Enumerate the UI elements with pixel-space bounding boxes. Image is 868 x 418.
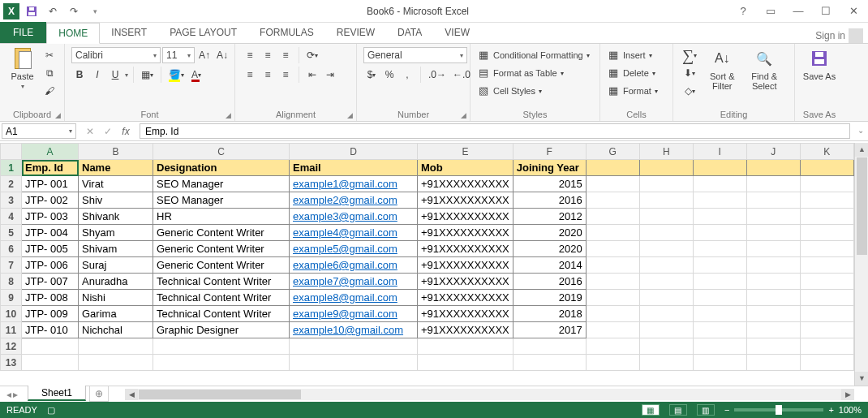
zoom-level[interactable]: 100% bbox=[839, 405, 862, 415]
cell-A13[interactable] bbox=[22, 355, 79, 371]
cell-H7[interactable] bbox=[639, 257, 693, 274]
minimize-button[interactable]: — bbox=[789, 5, 808, 17]
cell-G8[interactable] bbox=[586, 274, 639, 290]
cell-F9[interactable]: 2019 bbox=[513, 290, 586, 306]
cell-D2[interactable]: example1@gmail.com bbox=[290, 176, 418, 192]
font-color-button[interactable]: A▾ bbox=[188, 67, 204, 83]
cell-D13[interactable] bbox=[290, 355, 418, 371]
align-center-button[interactable]: ≡ bbox=[260, 67, 276, 83]
macro-record-icon[interactable]: ▢ bbox=[47, 405, 55, 416]
grow-font-button[interactable]: A↑ bbox=[196, 47, 213, 63]
fill-button[interactable]: ⬇▾ bbox=[680, 65, 699, 81]
col-header-J[interactable]: J bbox=[746, 144, 800, 160]
cell-J12[interactable] bbox=[746, 338, 800, 355]
cell-H10[interactable] bbox=[639, 306, 693, 322]
cell-I2[interactable] bbox=[693, 176, 746, 192]
cell-F7[interactable]: 2014 bbox=[513, 257, 586, 274]
cell-A6[interactable]: JTP- 005 bbox=[22, 241, 79, 257]
row-header-10[interactable]: 10 bbox=[1, 306, 22, 322]
cell-G10[interactable] bbox=[586, 306, 639, 322]
cell-J3[interactable] bbox=[746, 192, 800, 209]
fill-color-button[interactable]: 🪣▾ bbox=[166, 67, 187, 83]
align-top-button[interactable]: ≡ bbox=[242, 47, 258, 63]
font-name-combo[interactable]: Calibri▾ bbox=[71, 47, 161, 63]
borders-button[interactable]: ▦▾ bbox=[139, 67, 156, 83]
cell-D4[interactable]: example3@gmail.com bbox=[290, 209, 418, 225]
scroll-thumb[interactable] bbox=[857, 157, 867, 255]
cell-E11[interactable]: +91XXXXXXXXXX bbox=[418, 322, 513, 338]
tab-page-layout[interactable]: PAGE LAYOUT bbox=[158, 22, 248, 43]
fx-icon[interactable]: fx bbox=[118, 126, 133, 137]
cell-B11[interactable]: Nichchal bbox=[79, 322, 153, 338]
cell-K13[interactable] bbox=[800, 355, 853, 371]
cell-I3[interactable] bbox=[693, 192, 746, 209]
cell-I11[interactable] bbox=[693, 322, 746, 338]
row-header-2[interactable]: 2 bbox=[1, 176, 22, 192]
cell-G11[interactable] bbox=[586, 322, 639, 338]
scroll-down-button[interactable]: ▼ bbox=[855, 372, 868, 386]
cell-C8[interactable]: Technical Content Writer bbox=[153, 274, 290, 290]
select-all-corner[interactable] bbox=[1, 144, 22, 160]
cell-A2[interactable]: JTP- 001 bbox=[22, 176, 79, 192]
tab-insert[interactable]: INSERT bbox=[100, 22, 158, 43]
cell-H1[interactable] bbox=[639, 160, 693, 176]
orientation-button[interactable]: ⟳▾ bbox=[304, 47, 320, 63]
cell-H2[interactable] bbox=[639, 176, 693, 192]
cut-button[interactable]: ✂ bbox=[41, 47, 58, 63]
page-break-view-button[interactable]: ▥ bbox=[697, 404, 715, 416]
copy-button[interactable]: ⧉ bbox=[41, 65, 58, 81]
cell-B1[interactable]: Name bbox=[79, 160, 153, 176]
cell-C1[interactable]: Designation bbox=[153, 160, 290, 176]
cell-J6[interactable] bbox=[746, 241, 800, 257]
cell-B3[interactable]: Shiv bbox=[79, 192, 153, 209]
cell-I4[interactable] bbox=[693, 209, 746, 225]
cell-C7[interactable]: Generic Content Writer bbox=[153, 257, 290, 274]
cell-A8[interactable]: JTP- 007 bbox=[22, 274, 79, 290]
cell-K3[interactable] bbox=[800, 192, 853, 209]
cell-D9[interactable]: example8@gmail.com bbox=[290, 290, 418, 306]
cell-D5[interactable]: example4@gmail.com bbox=[290, 225, 418, 241]
cell-G1[interactable] bbox=[586, 160, 639, 176]
cell-A7[interactable]: JTP- 006 bbox=[22, 257, 79, 274]
row-header-11[interactable]: 11 bbox=[1, 322, 22, 338]
cell-F5[interactable]: 2020 bbox=[513, 225, 586, 241]
save-icon[interactable] bbox=[23, 2, 41, 20]
cell-K12[interactable] bbox=[800, 338, 853, 355]
sheet-nav[interactable]: ◂▸ bbox=[0, 386, 24, 402]
cell-B6[interactable]: Shivam bbox=[79, 241, 153, 257]
zoom-in-button[interactable]: + bbox=[828, 405, 833, 415]
font-size-combo[interactable]: 11▾ bbox=[162, 47, 195, 63]
cell-K6[interactable] bbox=[800, 241, 853, 257]
cell-E3[interactable]: +91XXXXXXXXXX bbox=[418, 192, 513, 209]
cell-I9[interactable] bbox=[693, 290, 746, 306]
cell-C11[interactable]: Graphic Designer bbox=[153, 322, 290, 338]
row-header-1[interactable]: 1 bbox=[1, 160, 22, 176]
insert-cells-button[interactable]: ▦Insert▾ bbox=[607, 47, 652, 63]
cell-B10[interactable]: Garima bbox=[79, 306, 153, 322]
cell-F2[interactable]: 2015 bbox=[513, 176, 586, 192]
tab-data[interactable]: DATA bbox=[386, 22, 433, 43]
zoom-slider[interactable] bbox=[734, 408, 823, 412]
increase-decimal-button[interactable]: .0→ bbox=[426, 67, 449, 83]
cell-I1[interactable] bbox=[693, 160, 746, 176]
cell-K4[interactable] bbox=[800, 209, 853, 225]
sign-in[interactable]: Sign in bbox=[810, 28, 868, 43]
bold-button[interactable]: B bbox=[71, 67, 88, 83]
cell-D12[interactable] bbox=[290, 338, 418, 355]
col-header-I[interactable]: I bbox=[693, 144, 746, 160]
tab-file[interactable]: FILE bbox=[0, 22, 46, 43]
cell-D10[interactable]: example9@gmail.com bbox=[290, 306, 418, 322]
name-box[interactable]: A1▾ bbox=[2, 123, 76, 139]
qat-customize[interactable]: ▾ bbox=[86, 2, 104, 20]
percent-button[interactable]: % bbox=[381, 67, 397, 83]
cell-F1[interactable]: Joining Year bbox=[513, 160, 586, 176]
cell-J10[interactable] bbox=[746, 306, 800, 322]
cell-H12[interactable] bbox=[639, 338, 693, 355]
underline-button[interactable]: U bbox=[107, 67, 123, 83]
cell-J4[interactable] bbox=[746, 209, 800, 225]
delete-cells-button[interactable]: ▦Delete▾ bbox=[607, 65, 655, 81]
cell-J1[interactable] bbox=[746, 160, 800, 176]
col-header-A[interactable]: A bbox=[22, 144, 79, 160]
cell-G2[interactable] bbox=[586, 176, 639, 192]
cell-G7[interactable] bbox=[586, 257, 639, 274]
